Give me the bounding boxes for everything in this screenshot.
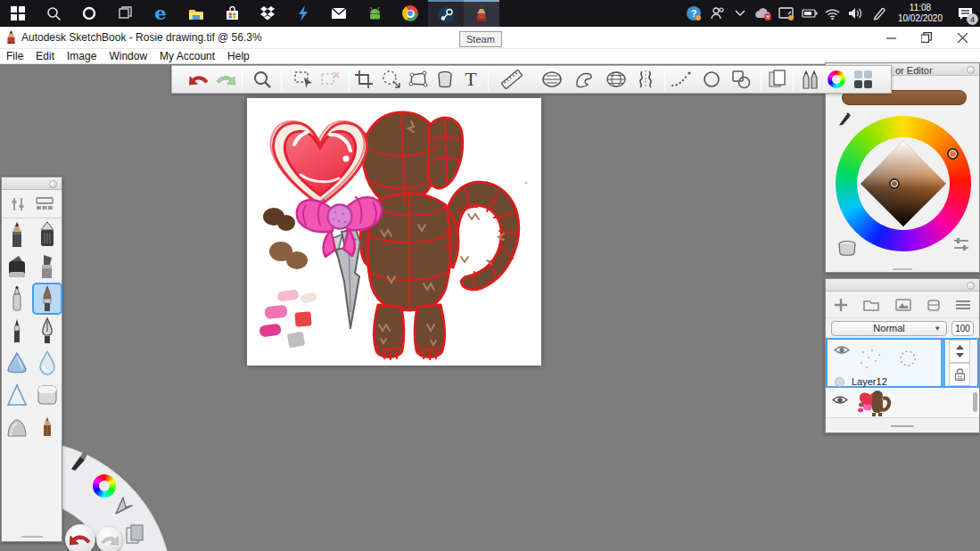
transform-selection-tool[interactable] — [378, 66, 405, 93]
lagoon-brush-icon[interactable] — [68, 449, 89, 473]
layer-visibility-icon[interactable] — [832, 395, 848, 405]
start-button[interactable] — [0, 0, 36, 27]
menu-help[interactable]: Help — [221, 50, 256, 62]
color-wheel-button[interactable] — [823, 66, 850, 93]
brush-ballpoint[interactable] — [2, 283, 32, 315]
lagoon-color-ring-icon[interactable] — [93, 474, 116, 498]
import-image-layer-icon[interactable] — [895, 299, 911, 311]
pen-tray-button[interactable] — [868, 0, 891, 27]
brush-colored-pencil[interactable] — [32, 411, 62, 443]
ellipse-tool[interactable] — [698, 66, 725, 93]
undo-button[interactable] — [185, 66, 212, 93]
file-explorer-button[interactable] — [178, 0, 214, 27]
brush-pencil[interactable] — [2, 218, 32, 251]
task-view-button[interactable] — [107, 0, 143, 27]
shapes-tool[interactable] — [728, 66, 754, 93]
palette-menu-circle[interactable] — [49, 180, 57, 188]
layer-name[interactable]: Layer12 — [852, 376, 887, 387]
clock[interactable]: 11:08 10/02/2020 — [891, 3, 950, 24]
menu-edit[interactable]: Edit — [29, 50, 61, 62]
crop-tool[interactable] — [350, 66, 377, 93]
cortana-button[interactable] — [71, 0, 107, 27]
brush-soft-eraser[interactable] — [2, 411, 32, 443]
show-hidden-icons-button[interactable] — [729, 0, 752, 27]
layer-folder-icon[interactable] — [863, 299, 879, 311]
sketchbook-taskbar-button[interactable] — [464, 0, 499, 27]
zoom-tool[interactable] — [249, 66, 276, 93]
lagoon-cursor-icon[interactable] — [112, 496, 134, 517]
help-tray-button[interactable]: ? — [682, 0, 705, 27]
sv-selector[interactable] — [889, 178, 900, 189]
text-tool[interactable]: T — [457, 66, 484, 93]
color-sliders-icon[interactable] — [952, 236, 970, 252]
brush-fineliner[interactable] — [2, 315, 32, 347]
layers-menu-circle[interactable] — [967, 282, 975, 290]
brush-hard-eraser[interactable] — [32, 379, 62, 411]
wifi-tray-button[interactable] — [821, 0, 844, 27]
brush-airbrush[interactable] — [32, 218, 62, 251]
layers-resize-handle[interactable] — [891, 425, 914, 427]
fill-tool[interactable] — [432, 66, 458, 93]
menu-file[interactable]: File — [0, 50, 29, 62]
menu-image[interactable]: Image — [61, 50, 103, 62]
lagoon-undo-button[interactable] — [65, 524, 95, 551]
menu-my-account[interactable]: My Account — [153, 50, 221, 62]
lagoon-layers-icon[interactable] — [124, 522, 147, 546]
color-editor-menu-circle[interactable] — [967, 66, 975, 74]
ellipse-guide-tool[interactable] — [539, 66, 565, 93]
brush-chisel-marker[interactable] — [2, 251, 32, 283]
menu-window[interactable]: Window — [103, 50, 153, 62]
minimize-button[interactable] — [873, 27, 909, 49]
restore-button[interactable] — [909, 27, 944, 49]
brush-water-drop[interactable] — [32, 347, 62, 379]
volume-tray-button[interactable] — [844, 0, 868, 27]
edge-button[interactable]: e — [143, 0, 178, 27]
eyedropper-icon[interactable] — [838, 108, 854, 126]
dropbox-button[interactable] — [250, 0, 285, 27]
layer-lock-button[interactable] — [949, 363, 970, 386]
brush-palette-titlebar[interactable] — [2, 177, 62, 190]
perspective-tool[interactable] — [603, 66, 630, 93]
brush-paintbrush-selected[interactable] — [32, 283, 62, 315]
hue-selector[interactable] — [947, 148, 959, 160]
brush-settings-icon[interactable] — [10, 197, 26, 211]
onedrive-tray-button[interactable] — [752, 0, 775, 27]
layer-row-artwork[interactable] — [826, 388, 979, 418]
brush-library-grid-icon[interactable] — [36, 197, 54, 211]
deselect-tool[interactable] — [317, 66, 344, 93]
layers-scrollbar[interactable] — [973, 392, 977, 412]
layer-color-tag[interactable] — [835, 377, 844, 387]
tablet-settings-tray-button[interactable] — [775, 0, 798, 27]
redo-button[interactable] — [212, 66, 239, 93]
ruler-tool[interactable] — [498, 66, 525, 93]
add-layer-icon[interactable] — [835, 299, 847, 311]
brush-smear-triangle[interactable] — [2, 379, 32, 411]
color-editor-resize-handle[interactable] — [893, 268, 912, 270]
canvas[interactable] — [247, 98, 541, 366]
android-app-button[interactable] — [357, 0, 392, 27]
french-curve-tool[interactable] — [572, 66, 598, 93]
layer-reorder-button[interactable] — [949, 340, 970, 363]
layers-titlebar[interactable] — [826, 279, 979, 292]
brush-library-button[interactable] — [796, 66, 823, 93]
layers-menu-icon[interactable] — [956, 300, 970, 310]
battery-tray-button[interactable] — [798, 0, 821, 27]
store-button[interactable] — [214, 0, 250, 27]
chrome-button[interactable] — [392, 0, 428, 27]
palette-resize-handle[interactable] — [21, 536, 43, 538]
layer-eraser-icon[interactable] — [927, 299, 940, 311]
close-button[interactable] — [944, 27, 980, 49]
brush-flat-marker[interactable] — [32, 251, 62, 283]
steam-button[interactable] — [428, 0, 464, 27]
symmetry-tool[interactable] — [632, 66, 659, 93]
layer-row-selected[interactable]: Layer12 — [826, 338, 979, 388]
steady-stroke-tool[interactable] — [668, 66, 695, 93]
blend-mode-dropdown[interactable]: Normal ▼ — [831, 321, 947, 336]
lightning-app-button[interactable] — [285, 0, 321, 27]
layer-opacity-field[interactable]: 100 — [951, 321, 974, 336]
search-button[interactable] — [36, 0, 71, 27]
palette-jar-icon[interactable] — [837, 240, 857, 258]
layer-visibility-icon[interactable] — [834, 345, 850, 355]
layout-editor-button[interactable] — [850, 66, 877, 93]
brush-ink-pen[interactable] — [32, 315, 62, 347]
